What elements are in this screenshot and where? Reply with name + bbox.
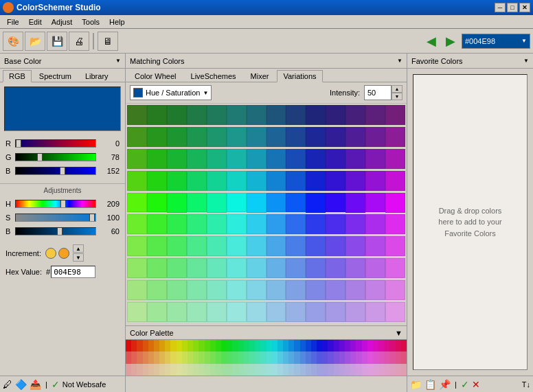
variation-cell[interactable] (365, 236, 385, 256)
palette-cell[interactable] (170, 364, 176, 376)
palette-cell[interactable] (339, 351, 345, 363)
palette-cell[interactable] (131, 364, 137, 376)
palette-cell[interactable] (126, 351, 131, 363)
palette-cell[interactable] (356, 351, 361, 363)
variation-cell[interactable] (385, 149, 405, 169)
tab-color-wheel[interactable]: Color Wheel (128, 70, 183, 82)
variation-cell[interactable] (326, 149, 345, 169)
variation-cell[interactable] (266, 302, 286, 322)
palette-cell[interactable] (148, 364, 154, 376)
variation-cell[interactable] (187, 171, 207, 191)
palette-cell[interactable] (306, 364, 311, 376)
palette-cell[interactable] (238, 364, 244, 376)
variation-cell[interactable] (365, 127, 385, 147)
variation-cell[interactable] (127, 280, 147, 300)
palette-cell[interactable] (272, 340, 277, 351)
palette-cell[interactable] (373, 351, 378, 363)
variation-cell[interactable] (187, 127, 207, 147)
slider-g-track[interactable] (15, 153, 96, 161)
status-color-icon[interactable]: 🔷 (15, 379, 27, 390)
palette-cell[interactable] (367, 364, 373, 376)
variation-cell[interactable] (306, 214, 326, 234)
status-folder-icon[interactable]: 📁 (410, 379, 422, 390)
variation-cell[interactable] (227, 280, 247, 300)
palette-cell[interactable] (170, 340, 176, 351)
variation-cell[interactable] (207, 149, 227, 169)
variation-cell[interactable] (187, 258, 207, 278)
variation-mode-dropdown[interactable]: Hue / Saturation ▼ (130, 85, 212, 100)
palette-cell[interactable] (334, 364, 339, 376)
variation-cell[interactable] (127, 127, 147, 147)
variation-cell[interactable] (365, 193, 385, 213)
palette-cell[interactable] (210, 340, 216, 351)
variation-cell[interactable] (365, 258, 385, 278)
tab-spectrum[interactable]: Spectrum (33, 70, 78, 82)
variation-cell[interactable] (147, 280, 167, 300)
palette-cell[interactable] (345, 351, 350, 363)
variation-cell[interactable] (266, 258, 286, 278)
palette-cell[interactable] (244, 364, 249, 376)
variation-cell[interactable] (365, 280, 385, 300)
tab-mixer[interactable]: Mixer (245, 70, 275, 82)
variation-cell[interactable] (306, 302, 326, 322)
variation-cell[interactable] (247, 171, 266, 191)
intensity-down-button[interactable]: ▼ (392, 93, 402, 100)
palette-cell[interactable] (260, 351, 266, 363)
variation-cell[interactable] (365, 171, 385, 191)
variation-cell[interactable] (266, 193, 286, 213)
palette-cell[interactable] (148, 340, 154, 351)
variation-cell[interactable] (167, 236, 187, 256)
variation-cell[interactable] (286, 302, 306, 322)
variation-cell[interactable] (326, 127, 345, 147)
palette-cell[interactable] (384, 340, 389, 351)
variation-cell[interactable] (286, 193, 306, 213)
variation-cell[interactable] (207, 105, 227, 125)
variation-cell[interactable] (147, 149, 167, 169)
status-cancel-icon[interactable]: ✕ (472, 379, 480, 390)
palette-cell[interactable] (221, 364, 227, 376)
palette-cell[interactable] (362, 351, 367, 363)
variation-cell[interactable] (147, 171, 167, 191)
palette-cell[interactable] (131, 340, 137, 351)
variation-cell[interactable] (385, 280, 405, 300)
palette-cell[interactable] (170, 351, 176, 363)
palette-cell[interactable] (288, 340, 294, 351)
variation-cell[interactable] (247, 105, 266, 125)
matching-panel-arrow-icon[interactable]: ▼ (397, 58, 402, 64)
palette-cell[interactable] (350, 351, 356, 363)
eyedropper-icon[interactable]: 🖊 (3, 379, 12, 390)
variation-cell[interactable] (207, 193, 227, 213)
palette-cell[interactable] (182, 340, 188, 351)
variation-cell[interactable] (167, 302, 187, 322)
palette-cell[interactable] (244, 340, 249, 351)
variation-cell[interactable] (385, 236, 405, 256)
palette-cell[interactable] (378, 364, 384, 376)
palette-cell[interactable] (311, 340, 317, 351)
palette-cell[interactable] (306, 340, 311, 351)
variation-cell[interactable] (207, 258, 227, 278)
menu-file[interactable]: File (3, 16, 23, 27)
palette-cell[interactable] (339, 340, 345, 351)
variation-cell[interactable] (385, 171, 405, 191)
variation-cell[interactable] (207, 236, 227, 256)
palette-cell[interactable] (389, 351, 395, 363)
palette-cell[interactable] (154, 351, 159, 363)
variation-cell[interactable] (147, 302, 167, 322)
color-history-dropdown[interactable]: #004E98 ▼ (462, 34, 530, 49)
palette-cell[interactable] (389, 364, 395, 376)
variation-cell[interactable] (326, 214, 345, 234)
palette-cell[interactable] (221, 340, 227, 351)
palette-cell[interactable] (266, 340, 272, 351)
panel-arrow-icon[interactable]: ▼ (115, 58, 121, 64)
palette-cell[interactable] (384, 351, 389, 363)
variation-cell[interactable] (167, 171, 187, 191)
tab-library[interactable]: Library (79, 70, 115, 82)
palette-cell[interactable] (210, 364, 216, 376)
variation-cell[interactable] (207, 214, 227, 234)
palette-cell[interactable] (177, 364, 182, 376)
palette-cell[interactable] (396, 340, 401, 351)
variation-cell[interactable] (147, 236, 167, 256)
variation-cell[interactable] (385, 214, 405, 234)
palette-cell[interactable] (143, 364, 148, 376)
palette-cell[interactable] (260, 340, 266, 351)
